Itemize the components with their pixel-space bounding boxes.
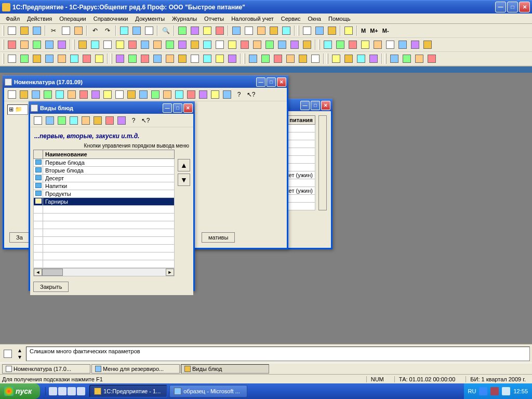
dt-7[interactable]	[104, 115, 115, 126]
tb2-23[interactable]	[289, 39, 300, 50]
menu-file[interactable]: Файл	[2, 15, 23, 23]
table-row[interactable]: Десерт	[34, 175, 175, 182]
tb3-21[interactable]	[272, 53, 284, 64]
move-up-button[interactable]: ▲	[178, 159, 190, 171]
tb2-27[interactable]	[347, 39, 358, 50]
start-button[interactable]: пуск	[0, 383, 40, 399]
task-1c[interactable]: 1С:Предприятие - 1...	[89, 385, 167, 397]
tb2-28[interactable]	[360, 39, 371, 50]
tb2-6[interactable]	[77, 39, 88, 50]
tray-icon-2[interactable]	[490, 387, 499, 395]
tb3-12[interactable]	[152, 53, 163, 64]
maximize-button[interactable]: □	[507, 2, 518, 12]
table-row[interactable]: Продукты	[34, 190, 175, 198]
nt-help[interactable]: ?	[233, 89, 245, 100]
menu-journals[interactable]: Журналы	[168, 15, 201, 23]
tb2-15[interactable]	[189, 39, 201, 50]
msg-btn1[interactable]	[2, 348, 14, 360]
table-row[interactable]: Вторые блюда	[34, 167, 175, 175]
table-row[interactable]	[34, 214, 175, 221]
tb3-15[interactable]	[189, 53, 201, 64]
tb2-21[interactable]	[264, 39, 275, 50]
tb3-20[interactable]	[260, 53, 271, 64]
tb3-16[interactable]	[202, 53, 213, 64]
task-word[interactable]: образец - Microsoft ...	[169, 385, 247, 397]
dt-4[interactable]	[68, 115, 79, 126]
tb2-10[interactable]	[127, 39, 138, 50]
tb3-30[interactable]	[401, 53, 413, 64]
ql-1[interactable]	[49, 387, 57, 395]
tb-btn11[interactable]	[268, 25, 280, 36]
tb2-4[interactable]	[44, 39, 55, 50]
tb2-24[interactable]	[301, 39, 313, 50]
dishes-window[interactable]: Виды блюд — □ ✕ ? ↖? ...первые, вторые, …	[29, 101, 195, 291]
tb-copy[interactable]	[60, 25, 72, 36]
table-row[interactable]	[34, 245, 175, 252]
dt-5[interactable]	[80, 115, 91, 126]
tb-btn1[interactable]	[118, 25, 130, 36]
tb-help[interactable]	[343, 25, 354, 36]
menu-actions[interactable]: Действия	[23, 15, 56, 23]
nt-18[interactable]	[209, 89, 221, 100]
tb3-10[interactable]	[127, 53, 138, 64]
tb3-26[interactable]	[343, 53, 354, 64]
nt-7[interactable]	[78, 89, 89, 100]
tb-open[interactable]	[19, 25, 30, 36]
tb-btn12[interactable]	[281, 25, 292, 36]
tb3-6[interactable]	[69, 53, 80, 64]
tb-new[interactable]	[6, 25, 18, 36]
tb2-9[interactable]	[114, 39, 126, 50]
menu-documents[interactable]: Документы	[131, 15, 168, 23]
nt-19[interactable]	[221, 89, 233, 100]
tb3-27[interactable]	[355, 53, 367, 64]
tb2-5[interactable]	[56, 39, 68, 50]
nt-10[interactable]	[114, 89, 125, 100]
nt-16[interactable]	[185, 89, 197, 100]
tb-redo[interactable]: ↷	[102, 25, 113, 36]
nt-17[interactable]	[197, 89, 209, 100]
tb-paste[interactable]	[73, 25, 84, 36]
table-row[interactable]	[34, 237, 175, 245]
tb3-22[interactable]	[285, 53, 296, 64]
tb3-11[interactable]	[139, 53, 151, 64]
tb2-12[interactable]	[152, 39, 163, 50]
mdi-tab-dishes[interactable]: Виды блюд	[181, 364, 269, 374]
table-row[interactable]: Первые блюда	[34, 159, 175, 167]
tb2-33[interactable]	[422, 39, 433, 50]
table-row[interactable]	[34, 252, 175, 260]
tb2-26[interactable]	[335, 39, 346, 50]
ql-2[interactable]	[58, 387, 66, 395]
tb2-3[interactable]	[31, 39, 43, 50]
tb3-7[interactable]	[81, 53, 92, 64]
back-min[interactable]: —	[300, 101, 310, 110]
tb3-4[interactable]	[44, 53, 55, 64]
menu-help[interactable]: Помощь	[325, 15, 354, 23]
tb3-17[interactable]	[214, 53, 225, 64]
table-row[interactable]	[34, 260, 175, 268]
tb3-31[interactable]	[414, 53, 425, 64]
tb3-13[interactable]	[164, 53, 176, 64]
dishes-hscroll[interactable]: ◄►	[33, 268, 175, 276]
dt-pointer[interactable]: ↖?	[140, 115, 151, 126]
tb3-5[interactable]	[56, 53, 68, 64]
tb2-8[interactable]	[102, 39, 113, 50]
menu-catalogs[interactable]: Справочники	[90, 15, 132, 23]
nomen-tree[interactable]: ⊞ 📁	[7, 104, 28, 115]
tb3-18[interactable]	[227, 53, 238, 64]
mdi-tab-nomen[interactable]: Номенклатура (17.0...	[2, 364, 90, 374]
move-down-button[interactable]: ▼	[178, 174, 190, 186]
tb-calc[interactable]	[301, 25, 313, 36]
nt-13[interactable]	[150, 89, 161, 100]
tb3-24[interactable]	[310, 53, 321, 64]
tb2-16[interactable]	[202, 39, 213, 50]
nt-6[interactable]	[66, 89, 77, 100]
nomen-mativy-btn[interactable]: мативы	[202, 232, 235, 243]
dt-6[interactable]	[92, 115, 103, 126]
dt-1[interactable]	[32, 115, 44, 126]
dt-8[interactable]	[116, 115, 127, 126]
table-row[interactable]	[34, 206, 175, 214]
nt-3[interactable]	[30, 89, 42, 100]
minimize-button[interactable]: —	[495, 2, 506, 12]
nomen-left-btn[interactable]: За	[9, 232, 30, 243]
tb-mplus[interactable]: M+	[368, 28, 380, 34]
